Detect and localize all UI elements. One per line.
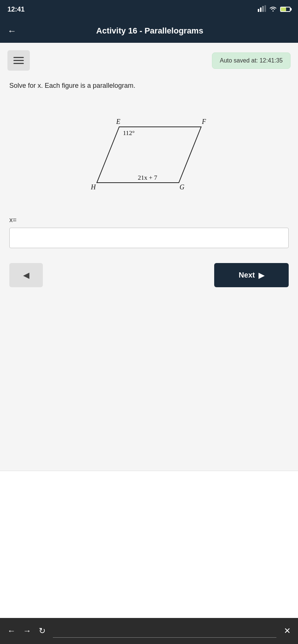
vertex-E: E: [116, 118, 120, 125]
nav-buttons: ◀ Next ▶: [7, 263, 291, 287]
status-bar: 12:41: [0, 0, 298, 19]
browser-bar: ← → ↻ ✕: [0, 618, 298, 644]
angle-label: 112°: [123, 129, 135, 137]
next-arrow-icon: ▶: [259, 271, 264, 280]
browser-url-input[interactable]: [53, 624, 276, 638]
header-title: Activity 16 - Parallelograms: [24, 26, 291, 36]
menu-line-1: [13, 57, 24, 58]
back-button[interactable]: ←: [7, 26, 16, 36]
menu-line-2: [13, 60, 24, 61]
content-area: Auto saved at: 12:41:35 Solve for x. Eac…: [0, 43, 298, 471]
top-controls: Auto saved at: 12:41:35: [7, 50, 291, 71]
next-label: Next: [239, 271, 255, 279]
svg-rect-0: [258, 9, 259, 12]
svg-rect-3: [264, 5, 266, 12]
vertex-H: H: [91, 183, 96, 191]
browser-close-button[interactable]: ✕: [284, 626, 291, 636]
app-header: ← Activity 16 - Parallelograms: [0, 19, 298, 43]
expression-label: 21x + 7: [138, 174, 158, 181]
answer-input[interactable]: [9, 228, 289, 248]
browser-back-button[interactable]: ←: [7, 626, 16, 636]
bottom-section: [0, 471, 298, 634]
figure-container: E F G H 112° 21x + 7: [7, 101, 291, 205]
signal-icon: [258, 5, 266, 13]
svg-rect-2: [262, 6, 264, 12]
prev-button[interactable]: ◀: [9, 263, 43, 287]
auto-save-badge: Auto saved at: 12:41:35: [212, 52, 291, 69]
wifi-icon: [269, 6, 277, 13]
svg-rect-1: [260, 7, 261, 12]
question-text: Solve for x. Each figure is a parallelog…: [7, 82, 291, 90]
battery-icon: [280, 7, 291, 12]
browser-refresh-button[interactable]: ↻: [39, 626, 45, 636]
browser-forward-button[interactable]: →: [23, 626, 31, 636]
vertex-F: F: [202, 118, 206, 125]
parallelogram-figure: E F G H 112° 21x + 7: [89, 105, 209, 201]
vertex-G: G: [180, 183, 184, 191]
answer-area: x=: [7, 216, 291, 248]
status-icons: [258, 5, 291, 13]
next-button[interactable]: Next ▶: [214, 263, 289, 287]
status-time: 12:41: [7, 6, 25, 13]
menu-button[interactable]: [7, 50, 30, 71]
prev-arrow-icon: ◀: [23, 270, 29, 280]
answer-label: x=: [9, 216, 289, 224]
menu-line-3: [13, 63, 24, 64]
